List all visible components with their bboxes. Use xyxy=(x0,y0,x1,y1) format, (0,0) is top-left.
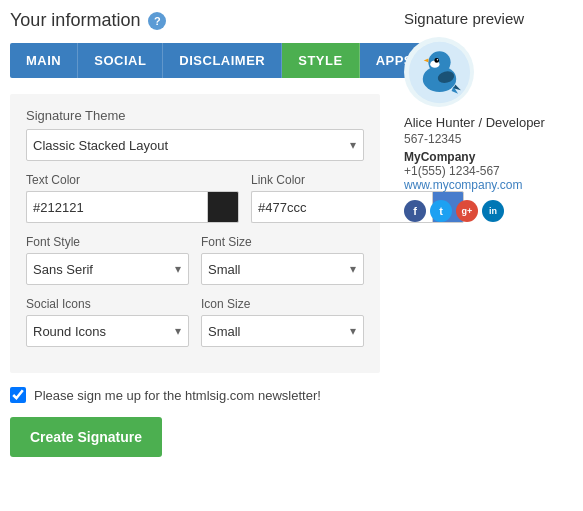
social-icons-label: Social Icons xyxy=(26,297,189,311)
page-header: Your information ? xyxy=(10,10,380,31)
theme-label: Signature Theme xyxy=(26,108,364,123)
twitter-icon[interactable]: t xyxy=(430,200,452,222)
signature-avatar xyxy=(404,37,474,107)
newsletter-label: Please sign me up for the htmlsig.com ne… xyxy=(34,388,321,403)
sig-name: Alice Hunter / Developer xyxy=(404,115,569,130)
text-color-label: Text Color xyxy=(26,173,239,187)
tab-bar: MAIN SOCIAL DISCLAIMER STYLE APPS xyxy=(10,43,380,78)
google-icon[interactable]: g+ xyxy=(456,200,478,222)
icon-size-wrapper: SmallMediumLarge xyxy=(201,315,364,347)
svg-point-6 xyxy=(436,58,437,59)
tab-main[interactable]: MAIN xyxy=(10,43,78,78)
preview-title: Signature preview xyxy=(404,10,569,27)
sig-website: www.mycompany.com xyxy=(404,178,569,192)
social-icons-wrapper: Round IconsSquare IconsNo Icons xyxy=(26,315,189,347)
font-size-select[interactable]: SmallMediumLarge xyxy=(201,253,364,285)
left-panel: Your information ? MAIN SOCIAL DISCLAIME… xyxy=(0,0,390,511)
icon-size-label: Icon Size xyxy=(201,297,364,311)
social-icons-preview: f t g+ in xyxy=(404,200,569,222)
text-color-field xyxy=(26,191,239,223)
font-size-label: Font Size xyxy=(201,235,364,249)
icon-size-group: Icon Size SmallMediumLarge xyxy=(201,297,364,347)
sig-role: Developer xyxy=(486,115,545,130)
sig-phone: 567-12345 xyxy=(404,132,569,146)
social-icons-group: Social Icons Round IconsSquare IconsNo I… xyxy=(26,297,189,347)
font-size-group: Font Size SmallMediumLarge xyxy=(201,235,364,285)
theme-select-wrapper: Classic Stacked LayoutHorizontal LayoutM… xyxy=(26,129,364,161)
text-color-group: Text Color xyxy=(26,173,239,223)
icon-size-select[interactable]: SmallMediumLarge xyxy=(201,315,364,347)
tab-style[interactable]: STYLE xyxy=(282,43,359,78)
font-style-label: Font Style xyxy=(26,235,189,249)
tab-disclaimer[interactable]: DISCLAIMER xyxy=(163,43,282,78)
form-area: Signature Theme Classic Stacked LayoutHo… xyxy=(10,94,380,373)
sig-name-text: Alice Hunter xyxy=(404,115,475,130)
sig-role-separator: / xyxy=(478,115,485,130)
text-color-swatch[interactable] xyxy=(207,191,239,223)
create-signature-button[interactable]: Create Signature xyxy=(10,417,162,457)
font-row: Font Style Sans SerifSerifMonospace Font… xyxy=(26,235,364,285)
sig-company-phone: +1(555) 1234-567 xyxy=(404,164,569,178)
right-panel: Signature preview Alice Hunter / Develop… xyxy=(390,0,583,511)
font-style-wrapper: Sans SerifSerifMonospace xyxy=(26,253,189,285)
icons-row: Social Icons Round IconsSquare IconsNo I… xyxy=(26,297,364,347)
social-icons-select[interactable]: Round IconsSquare IconsNo Icons xyxy=(26,315,189,347)
page-title: Your information xyxy=(10,10,140,31)
newsletter-checkbox[interactable] xyxy=(10,387,26,403)
facebook-icon[interactable]: f xyxy=(404,200,426,222)
tab-social[interactable]: SOCIAL xyxy=(78,43,163,78)
font-style-group: Font Style Sans SerifSerifMonospace xyxy=(26,235,189,285)
font-size-wrapper: SmallMediumLarge xyxy=(201,253,364,285)
text-color-input[interactable] xyxy=(26,191,207,223)
color-row: Text Color Link Color xyxy=(26,173,364,223)
theme-select[interactable]: Classic Stacked LayoutHorizontal LayoutM… xyxy=(26,129,364,161)
help-icon[interactable]: ? xyxy=(148,12,166,30)
bird-illustration xyxy=(407,40,472,105)
svg-point-5 xyxy=(434,58,439,63)
sig-company: MyCompany xyxy=(404,150,569,164)
newsletter-row: Please sign me up for the htmlsig.com ne… xyxy=(10,387,380,403)
linkedin-icon[interactable]: in xyxy=(482,200,504,222)
font-style-select[interactable]: Sans SerifSerifMonospace xyxy=(26,253,189,285)
